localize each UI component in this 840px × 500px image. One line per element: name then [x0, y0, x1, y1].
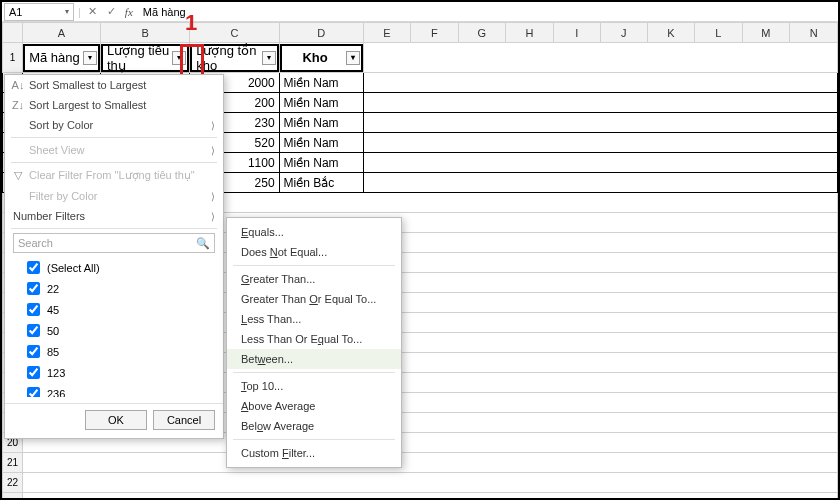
formula-value[interactable]: Mã hàng [139, 6, 186, 18]
cancel-icon[interactable]: ✕ [85, 5, 100, 18]
table-header-c[interactable]: Lượng tồn kho ▾ [190, 44, 278, 72]
filter-value[interactable]: 85 [23, 341, 215, 362]
filter-icon[interactable]: ▾ [172, 51, 186, 65]
cell[interactable]: Miền Nam [279, 113, 363, 133]
col-header[interactable]: G [458, 23, 506, 43]
chevron-right-icon: ⟩ [211, 120, 215, 131]
table-header-a[interactable]: Mã hàng ▾ [23, 44, 100, 72]
cancel-button[interactable]: Cancel [153, 410, 215, 430]
name-box-ref: A1 [9, 6, 22, 18]
clear-filter: ▽Clear Filter From "Lượng tiêu thụ" [5, 165, 223, 186]
filter-value[interactable]: 236 [23, 383, 215, 397]
between-item[interactable]: Between... [227, 349, 401, 369]
below-avg-item[interactable]: Below Average [227, 416, 401, 436]
separator: | [78, 6, 81, 18]
sheet-view: Sheet View⟩ [5, 140, 223, 160]
col-header[interactable]: I [553, 23, 600, 43]
row-header[interactable]: 1 [3, 43, 23, 73]
filter-value[interactable]: 45 [23, 299, 215, 320]
sort-asc-icon: A↓ [11, 79, 25, 91]
col-header[interactable]: L [695, 23, 742, 43]
filter-icon[interactable]: ▾ [346, 51, 360, 65]
col-header[interactable]: A [23, 23, 101, 43]
dropdown-icon[interactable]: ▾ [65, 7, 69, 16]
custom-filter-item[interactable]: Custom Filter... [227, 443, 401, 463]
filter-by-color: Filter by Color⟩ [5, 186, 223, 206]
name-box[interactable]: A1 ▾ [4, 3, 74, 21]
cell[interactable]: Miền Nam [279, 133, 363, 153]
number-filters[interactable]: Number Filters⟩ [5, 206, 223, 226]
greater-than-item[interactable]: Greater Than... [227, 269, 401, 289]
col-header[interactable]: B [100, 23, 189, 43]
col-header[interactable]: F [411, 23, 458, 43]
fx-icon[interactable]: fx [123, 6, 135, 18]
cell[interactable]: Miền Bắc [279, 173, 363, 193]
filter-search[interactable]: Search 🔍 [13, 233, 215, 253]
filter-value[interactable]: 123 [23, 362, 215, 383]
filter-icon[interactable]: ▾ [262, 51, 276, 65]
filter-dropdown: A↓Sort Smallest to Largest Z↓Sort Larges… [4, 74, 224, 439]
filter-value[interactable]: 50 [23, 320, 215, 341]
col-header[interactable]: C [190, 23, 279, 43]
cell[interactable]: Miền Nam [279, 153, 363, 173]
less-eq-item[interactable]: Less Than Or Equal To... [227, 329, 401, 349]
sort-desc-icon: Z↓ [11, 99, 25, 111]
col-header[interactable]: H [506, 23, 554, 43]
cell[interactable]: Miền Nam [279, 93, 363, 113]
sort-by-color[interactable]: Sort by Color⟩ [5, 115, 223, 135]
ok-button[interactable]: OK [85, 410, 147, 430]
col-header[interactable]: D [279, 23, 363, 43]
filter-value-list[interactable]: (Select All) 22 45 50 85 123 236 256 400 [23, 257, 215, 397]
equals-item[interactable]: Equals... [227, 222, 401, 242]
select-all-corner[interactable] [3, 23, 23, 43]
above-avg-item[interactable]: Above Average [227, 396, 401, 416]
sort-desc[interactable]: Z↓Sort Largest to Smallest [5, 95, 223, 115]
funnel-clear-icon: ▽ [11, 169, 25, 182]
table-header-b[interactable]: Lượng tiêu thụ ▾ [101, 44, 189, 72]
cell[interactable]: Miền Nam [279, 73, 363, 93]
col-header[interactable]: N [790, 23, 838, 43]
formula-bar: A1 ▾ | ✕ ✓ fx Mã hàng [2, 2, 838, 22]
col-header[interactable]: M [742, 23, 790, 43]
number-filters-submenu: Equals... Does Not Equal... Greater Than… [226, 217, 402, 468]
col-header[interactable]: J [600, 23, 647, 43]
col-header[interactable]: K [647, 23, 694, 43]
table-header-d[interactable]: Kho ▾ [280, 44, 363, 72]
filter-value[interactable]: 22 [23, 278, 215, 299]
filter-value[interactable]: (Select All) [23, 257, 215, 278]
filter-icon[interactable]: ▾ [83, 51, 97, 65]
search-icon: 🔍 [196, 237, 210, 250]
not-equal-item[interactable]: Does Not Equal... [227, 242, 401, 262]
col-header[interactable]: E [363, 23, 410, 43]
chevron-right-icon: ⟩ [211, 211, 215, 222]
sort-asc[interactable]: A↓Sort Smallest to Largest [5, 75, 223, 95]
less-than-item[interactable]: Less Than... [227, 309, 401, 329]
greater-eq-item[interactable]: Greater Than Or Equal To... [227, 289, 401, 309]
confirm-icon[interactable]: ✓ [104, 5, 119, 18]
top10-item[interactable]: Top 10... [227, 376, 401, 396]
